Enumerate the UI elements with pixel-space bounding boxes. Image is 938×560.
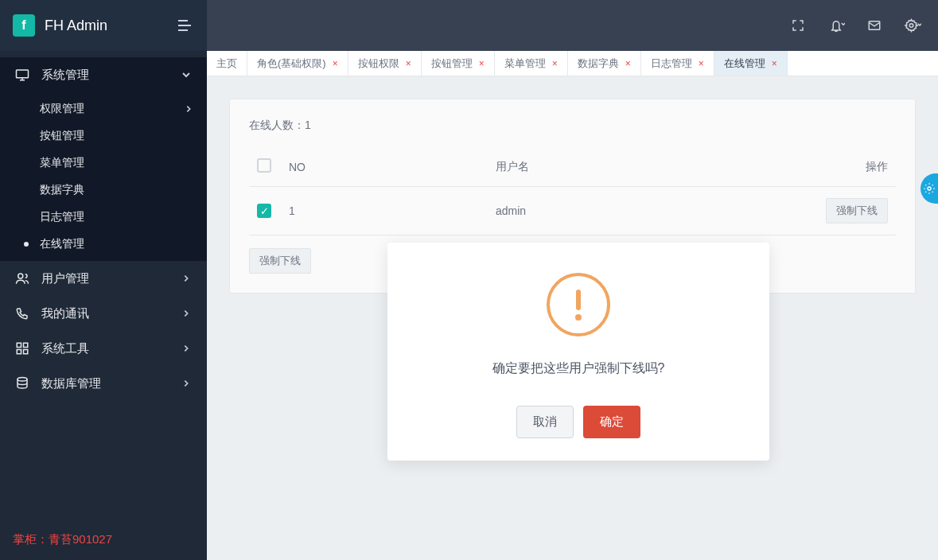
sidebar-item-user[interactable]: 用户管理 — [0, 261, 207, 296]
sidebar-subitem-permission[interactable]: 权限管理 — [0, 95, 207, 122]
force-offline-row-button[interactable]: 强制下线 — [826, 198, 888, 224]
warning-icon — [545, 271, 612, 338]
col-actions: 操作 — [800, 147, 896, 187]
close-icon[interactable]: × — [406, 58, 411, 69]
svg-rect-3 — [24, 343, 28, 347]
tab-label: 主页 — [216, 56, 237, 71]
fullscreen-icon[interactable] — [788, 16, 808, 35]
svg-point-1 — [18, 274, 23, 278]
tab-label: 按钮权限 — [358, 56, 399, 71]
chevron-right-icon — [180, 377, 193, 390]
users-icon — [14, 270, 30, 286]
tab-log[interactable]: 日志管理× — [641, 51, 714, 76]
sidebar-item-label: 权限管理 — [40, 102, 84, 116]
select-all-checkbox[interactable] — [257, 158, 271, 173]
svg-rect-2 — [17, 343, 21, 347]
svg-point-12 — [575, 314, 582, 321]
sidebar-item-label: 系统管理 — [41, 68, 169, 83]
sidebar-item-label: 按钮管理 — [40, 129, 84, 143]
tab-online[interactable]: 在线管理× — [714, 51, 788, 76]
bell-icon[interactable] — [827, 16, 846, 35]
sidebar-subitem-log[interactable]: 日志管理 — [0, 204, 207, 231]
cancel-button[interactable]: 取消 — [516, 406, 574, 438]
dialog-message: 确定要把这些用户强制下线吗? — [413, 360, 744, 377]
col-no: NO — [281, 147, 488, 187]
sidebar-subitem-dict[interactable]: 数据字典 — [0, 177, 207, 204]
svg-rect-4 — [17, 350, 21, 354]
settings-icon[interactable] — [903, 16, 922, 35]
close-icon[interactable]: × — [333, 58, 338, 69]
tab-btnmgmt[interactable]: 按钮管理× — [422, 51, 495, 76]
brand-title: FH Admin — [45, 18, 165, 34]
mail-icon[interactable] — [865, 16, 884, 35]
chevron-down-icon — [180, 68, 193, 81]
sidebar-subitem-menu[interactable]: 菜单管理 — [0, 150, 207, 177]
sidebar-item-comm[interactable]: 我的通讯 — [0, 296, 207, 331]
close-icon[interactable]: × — [699, 58, 704, 69]
sidebar-item-label: 我的通讯 — [41, 306, 169, 321]
sidebar-subitem-online[interactable]: 在线管理 — [0, 231, 207, 258]
svg-rect-11 — [576, 290, 581, 310]
tab-label: 数据字典 — [578, 56, 619, 71]
sidebar-item-label: 在线管理 — [40, 237, 84, 251]
confirm-dialog: 确定要把这些用户强制下线吗? 取消 确定 — [387, 243, 769, 461]
sidebar: f FH Admin 系统管理 权限管理 按钮管理 菜单管理 数据字典 日志管理 — [0, 0, 207, 560]
tab-menumgmt[interactable]: 菜单管理× — [495, 51, 568, 76]
close-icon[interactable]: × — [479, 58, 485, 69]
confirm-button[interactable]: 确定 — [583, 406, 640, 438]
online-users-table: NO 用户名 操作 1 admin 强制下线 — [249, 147, 896, 235]
sidebar-item-label: 日志管理 — [40, 210, 84, 224]
sidebar-item-label: 系统工具 — [41, 341, 169, 356]
tab-strip: 主页 角色(基础权限)× 按钮权限× 按钮管理× 菜单管理× 数据字典× 日志管… — [207, 51, 938, 76]
sidebar-subitem-button[interactable]: 按钮管理 — [0, 122, 207, 150]
chevron-right-icon — [180, 272, 193, 285]
sidebar-item-label: 菜单管理 — [40, 156, 84, 170]
database-icon — [14, 375, 30, 391]
monitor-icon — [14, 67, 30, 83]
svg-point-8 — [909, 24, 913, 28]
cell-username: admin — [488, 187, 800, 235]
grid-icon — [14, 340, 30, 356]
table-row: 1 admin 强制下线 — [249, 187, 896, 235]
tab-role[interactable]: 角色(基础权限)× — [247, 51, 348, 76]
tab-label: 在线管理 — [724, 56, 765, 71]
online-count-label: 在线人数：1 — [249, 119, 896, 133]
brand-logo: f — [13, 14, 35, 37]
sidebar-item-db[interactable]: 数据库管理 — [0, 366, 207, 401]
col-username: 用户名 — [488, 147, 800, 187]
sidebar-item-label: 数据字典 — [40, 183, 84, 197]
svg-rect-0 — [17, 70, 29, 78]
chevron-right-icon — [180, 342, 193, 355]
watermark-text: 掌柜：青苔901027 — [0, 519, 207, 560]
sidebar-item-system[interactable]: 系统管理 — [0, 57, 207, 92]
force-offline-batch-button[interactable]: 强制下线 — [249, 248, 311, 274]
chevron-right-icon — [180, 307, 193, 320]
tab-home[interactable]: 主页 — [207, 51, 247, 76]
tab-btnperm[interactable]: 按钮权限× — [348, 51, 422, 76]
dialog-actions: 取消 确定 — [413, 406, 744, 438]
close-icon[interactable]: × — [625, 58, 631, 69]
svg-rect-5 — [24, 350, 28, 354]
tab-label: 日志管理 — [651, 56, 692, 71]
tab-label: 按钮管理 — [431, 56, 473, 71]
brand-bar: f FH Admin — [0, 0, 207, 51]
tab-label: 角色(基础权限) — [257, 56, 326, 71]
close-icon[interactable]: × — [772, 58, 777, 69]
sidebar-item-label: 用户管理 — [41, 271, 169, 286]
sidebar-submenu: 权限管理 按钮管理 菜单管理 数据字典 日志管理 在线管理 — [0, 92, 207, 261]
svg-point-6 — [18, 378, 27, 382]
tab-label: 菜单管理 — [504, 56, 546, 71]
sidebar-item-label: 数据库管理 — [41, 376, 169, 391]
close-icon[interactable]: × — [552, 58, 558, 69]
sidebar-nav: 系统管理 权限管理 按钮管理 菜单管理 数据字典 日志管理 在线管理 用户管理 — [0, 51, 207, 519]
sidebar-item-tools[interactable]: 系统工具 — [0, 331, 207, 366]
row-checkbox[interactable] — [257, 204, 271, 218]
chevron-right-icon — [185, 105, 193, 113]
svg-point-9 — [928, 187, 931, 190]
cell-no: 1 — [281, 187, 488, 235]
topbar — [207, 0, 938, 51]
phone-icon — [14, 305, 30, 321]
menu-toggle-icon[interactable] — [175, 16, 194, 35]
tab-dict[interactable]: 数据字典× — [568, 51, 641, 76]
